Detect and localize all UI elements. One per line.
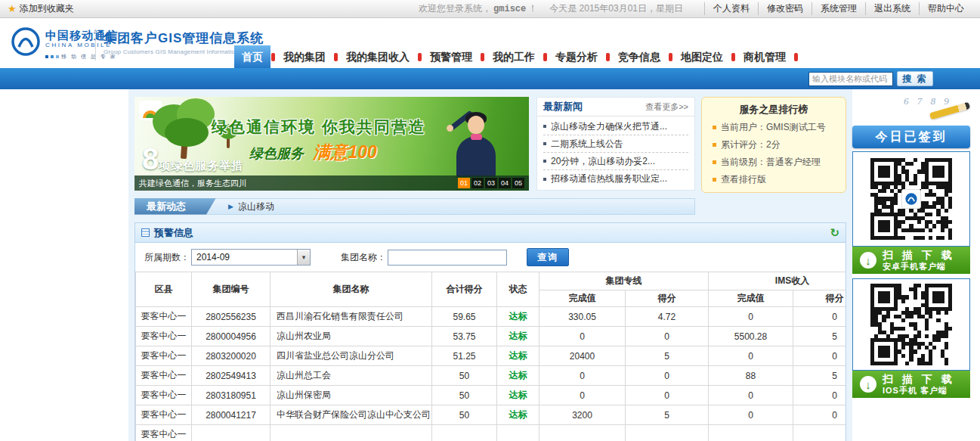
search-button[interactable]: 搜 索 bbox=[897, 71, 933, 86]
latest-news-panel: 最新新闻 查看更多>> 凉山移动全力确保火把节通... 二期系统上线公告 20分… bbox=[536, 97, 695, 191]
cell-ims-completed: 0 bbox=[709, 386, 793, 405]
tab-warning-management[interactable]: 预警管理 bbox=[422, 45, 480, 68]
news-item[interactable]: 招移动通信热线服务职业定... bbox=[543, 170, 688, 188]
warning-table-header: 区县 集团编号 集团名称 合计得分 状态 集团专线 IMS收入 完成值 得分 完… bbox=[136, 272, 846, 307]
tab-topic-analysis[interactable]: 专题分析 bbox=[548, 45, 605, 68]
add-to-favorites-label: 添加到收藏夹 bbox=[20, 2, 74, 15]
module-search-input[interactable] bbox=[808, 72, 893, 86]
logout-link[interactable]: 退出系统 bbox=[865, 2, 919, 15]
status-badge: 达标 bbox=[497, 346, 539, 366]
cell-ims-score: 0 bbox=[793, 386, 846, 405]
col-total-score: 合计得分 bbox=[432, 272, 497, 307]
scan-download-label: 扫 描 下 载 bbox=[883, 249, 955, 262]
android-qr-card: ↓ 扫 描 下 载 安卓手机客户端 bbox=[852, 151, 970, 274]
android-download-bar[interactable]: ↓ 扫 描 下 载 安卓手机客户端 bbox=[852, 247, 970, 274]
group-name-input[interactable] bbox=[388, 250, 507, 266]
period-select[interactable]: 2014-09 ▾ bbox=[191, 249, 311, 266]
help-center-link[interactable]: 帮助中心 bbox=[919, 2, 972, 15]
cell-line-completed: 330.05 bbox=[539, 307, 626, 327]
topbar-links: 个人资料 修改密码 系统管理 退出系统 帮助中心 bbox=[704, 2, 972, 15]
profile-link[interactable]: 个人资料 bbox=[704, 2, 758, 15]
tab-my-group-income-label: 我的集团收入 bbox=[346, 51, 410, 63]
tab-map-location[interactable]: 地图定位 bbox=[673, 45, 731, 68]
tab-home[interactable]: 首页 bbox=[234, 45, 271, 68]
view-ranking-link[interactable]: 查看排行版 bbox=[713, 171, 846, 188]
cell-line-completed: 0 bbox=[539, 366, 626, 386]
current-user-item: 当前用户：GMIS测试工号 bbox=[713, 119, 846, 136]
cell-ims-completed: 0 bbox=[709, 346, 793, 366]
cell-line-completed: 0 bbox=[539, 386, 626, 405]
tab-my-work[interactable]: 我的工作 bbox=[485, 45, 543, 68]
banner-page-button[interactable]: 01 bbox=[458, 178, 470, 188]
main-nav: 首页 我的集团 我的集团收入 预警管理 我的工作 专题分析 竞争信息 地图定位 … bbox=[234, 45, 799, 68]
cell-line-score: 0 bbox=[626, 366, 709, 386]
ios-download-bar[interactable]: ↓ 扫 描 下 载 IOS手机 客户端 bbox=[852, 371, 970, 398]
cell-line-score: 0 bbox=[626, 327, 709, 346]
table-row[interactable]: 要客中心一 bbox=[136, 425, 846, 441]
slogan-square-icon bbox=[51, 55, 54, 58]
ticker-label: 最新动态 bbox=[134, 198, 216, 215]
cell-district: 要客中心一 bbox=[136, 386, 192, 405]
panel-form-icon bbox=[141, 228, 150, 237]
news-more-link[interactable]: 查看更多>> bbox=[645, 101, 688, 113]
cell-ims-completed: 88 bbox=[709, 366, 793, 386]
china-mobile-mini-logo-icon bbox=[904, 192, 918, 206]
col-district: 区县 bbox=[136, 272, 192, 307]
table-row[interactable]: 要客中心一 2800004956 凉山州农业局 53.75 达标 0 0 550… bbox=[136, 327, 846, 346]
banner-person-image bbox=[447, 110, 503, 177]
tab-my-group[interactable]: 我的集团 bbox=[276, 45, 333, 68]
banner-footer: 共建绿色通信，服务生态四川 01 02 03 04 05 bbox=[134, 175, 529, 191]
query-button[interactable]: 查询 bbox=[527, 248, 569, 266]
news-item[interactable]: 20分钟，凉山移动办妥2... bbox=[543, 153, 688, 170]
refresh-icon[interactable]: ↻ bbox=[830, 226, 839, 240]
status-badge: 达标 bbox=[497, 307, 539, 327]
banner-page-button[interactable]: 05 bbox=[512, 178, 524, 188]
chevron-down-icon: ▾ bbox=[297, 250, 310, 265]
cell-ims-score: 5 bbox=[793, 366, 846, 386]
tab-competition-info[interactable]: 竞争信息 bbox=[611, 45, 668, 68]
warning-filters: 所属期数： 2014-09 ▾ 集团名称： 查询 bbox=[135, 243, 846, 272]
table-row[interactable]: 要客中心一 2803180951 凉山州保密局 50 达标 0 0 0 0 bbox=[136, 386, 846, 405]
signin-today-button[interactable]: 今日已签到 bbox=[852, 126, 970, 148]
news-header: 最新新闻 查看更多>> bbox=[537, 98, 694, 116]
table-row[interactable]: 要客中心一 2803200020 四川省盐业总公司凉山分公司 51.25 达标 … bbox=[136, 346, 846, 366]
tab-my-group-income[interactable]: 我的集团收入 bbox=[339, 45, 417, 68]
period-label: 所属期数： bbox=[144, 251, 190, 264]
bullet-icon bbox=[543, 160, 546, 163]
change-password-link[interactable]: 修改密码 bbox=[758, 2, 812, 15]
banner-page-button[interactable]: 04 bbox=[499, 178, 511, 188]
current-user-text: 当前用户：GMIS测试工号 bbox=[721, 119, 826, 136]
ticker-text[interactable]: 凉山移动 bbox=[238, 200, 274, 213]
download-arrow-icon: ↓ bbox=[860, 252, 876, 269]
promo-banner[interactable]: 绿色通信环境 你我共同营造 绿色服务 满意100 8 项绿色服务举措 共建绿色通… bbox=[134, 97, 529, 191]
tab-my-work-label: 我的工作 bbox=[493, 51, 535, 63]
cell-line-completed bbox=[539, 425, 626, 441]
android-qr-code bbox=[852, 151, 970, 247]
add-to-favorites-link[interactable]: ★ 添加到收藏夹 bbox=[8, 2, 74, 15]
table-row[interactable]: 要客中心一 2802556235 西昌川渝石化销售有限责任公司 59.65 达标… bbox=[136, 307, 846, 327]
table-row[interactable]: 要客中心一 2802549413 凉山州总工会 50 达标 0 0 88 5 bbox=[136, 366, 846, 386]
module-search: 搜 索 bbox=[808, 71, 933, 86]
bullet-icon bbox=[713, 178, 716, 182]
col-line-completed: 完成值 bbox=[539, 290, 626, 307]
blue-nav-bar: 搜 索 bbox=[0, 68, 980, 89]
cell-line-score: 5 bbox=[626, 346, 709, 366]
system-admin-link[interactable]: 系统管理 bbox=[812, 2, 865, 15]
banner-subline-green: 绿色服务 bbox=[249, 146, 304, 161]
tab-my-group-label: 我的集团 bbox=[283, 51, 326, 63]
status-badge: 达标 bbox=[497, 405, 539, 425]
news-item[interactable]: 凉山移动全力确保火把节通... bbox=[543, 118, 688, 135]
news-item[interactable]: 二期系统上线公告 bbox=[543, 135, 688, 153]
table-row[interactable]: 要客中心一 2800041217 中华联合财产保险公司凉山中心支公司 50 达标… bbox=[136, 405, 846, 425]
tab-separator-icon bbox=[731, 53, 735, 61]
banner-badge-number: 8 bbox=[142, 144, 159, 174]
banner-page-button[interactable]: 02 bbox=[471, 178, 484, 188]
tab-business-management[interactable]: 商机管理 bbox=[736, 45, 793, 68]
android-download-text: 扫 描 下 载 安卓手机客户端 bbox=[883, 249, 955, 272]
banner-subline: 绿色服务 满意100 bbox=[249, 141, 377, 164]
slogan-square-icon bbox=[56, 55, 59, 58]
status-badge: 达标 bbox=[497, 327, 539, 346]
tab-separator-icon bbox=[794, 53, 798, 61]
play-icon: ▶ bbox=[228, 203, 233, 210]
banner-page-button[interactable]: 03 bbox=[485, 178, 497, 188]
